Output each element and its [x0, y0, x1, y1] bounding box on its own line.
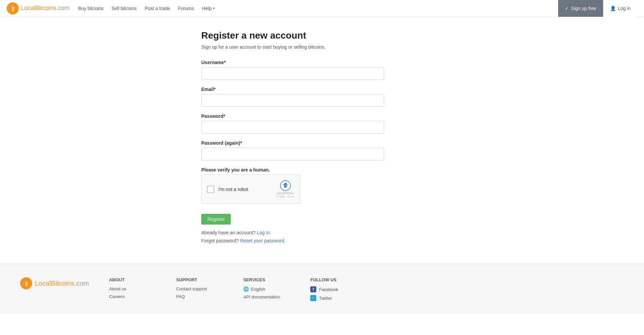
navbar: ₿ LocalBitcoins.com Buy bitcoins Sell bi… [0, 0, 644, 17]
nav-forums[interactable]: Forums [177, 4, 195, 12]
recaptcha-brand: reCAPTCHA [277, 192, 294, 195]
nav-links: Buy bitcoins Sell bitcoins Post a trade … [77, 4, 215, 12]
username-label: Username* [201, 60, 443, 65]
footer-contact-link[interactable]: Contact support [176, 286, 223, 291]
footer-inner: ₿ LocalBitcoins.com ABOUT About us Caree… [20, 277, 624, 304]
footer-twitter-link[interactable]: 🐦 Twitter [310, 295, 357, 301]
password-group: Password* [201, 113, 443, 134]
captcha-group: Please verify you are a human. I'm not a… [201, 167, 443, 204]
footer-follow-col: FOLLOW US f Facebook 🐦 Twitter [310, 277, 357, 304]
register-form: Username* Email* Password* Password (aga… [201, 60, 443, 225]
globe-icon: 🌐 [243, 286, 249, 292]
login-link[interactable]: Log In. [257, 230, 271, 235]
footer-logo-icon: ₿ [20, 277, 32, 289]
footer-logo-area: ₿ LocalBitcoins.com [20, 277, 89, 289]
footer-support-col: SUPPORT Contact support FAQ [176, 277, 223, 302]
password-again-label: Password (again)* [201, 140, 443, 146]
logo-link[interactable]: ₿ LocalBitcoins.com [7, 2, 69, 14]
user-icon: 👤 [610, 6, 616, 11]
footer-facebook-link[interactable]: f Facebook [310, 286, 357, 292]
footer: ₿ LocalBitcoins.com ABOUT About us Caree… [0, 264, 644, 314]
nav-help[interactable]: Help ▾ [201, 4, 215, 12]
recaptcha-widget[interactable]: I'm not a robot reCAPTCHA Privacy - Term… [201, 175, 300, 204]
main-content: Register a new account Sign up for a use… [195, 30, 449, 243]
footer-about-us-link[interactable]: About us [109, 286, 156, 291]
footer-brand-name: LocalBitcoins.com [35, 280, 89, 287]
forgot-password-text: Forgot password? Reset your password. [201, 238, 443, 243]
page-subtitle: Sign up for a user account to start buyi… [201, 44, 443, 50]
svg-text:₿: ₿ [12, 6, 14, 11]
email-label: Email* [201, 87, 443, 92]
twitter-icon: 🐦 [310, 295, 316, 301]
recaptcha-privacy-terms: Privacy - Terms [276, 195, 294, 198]
footer-language-link[interactable]: 🌐 English [243, 286, 290, 292]
footer-services-heading: SERVICES [243, 277, 290, 282]
password-label: Password* [201, 113, 443, 119]
footer-follow-heading: FOLLOW US [310, 277, 357, 282]
svg-text:₿: ₿ [25, 281, 28, 286]
footer-api-link[interactable]: API documentation [243, 294, 290, 299]
brand-name: LocalBitcoins.com [21, 5, 69, 12]
footer-about-col: ABOUT About us Careers [109, 277, 156, 302]
captcha-label: Please verify you are a human. [201, 167, 443, 173]
login-button[interactable]: 👤 Log in [603, 0, 637, 17]
footer-careers-link[interactable]: Careers [109, 294, 156, 299]
password-again-input[interactable] [201, 148, 384, 160]
already-account-text: Already have an account? Log In. [201, 230, 443, 235]
register-button[interactable]: Register [201, 214, 231, 225]
signup-button[interactable]: ✓ Sign up free [558, 0, 603, 17]
logo-icon: ₿ [7, 2, 19, 14]
nav-buy[interactable]: Buy bitcoins [77, 4, 104, 12]
username-input[interactable] [201, 67, 384, 80]
username-group: Username* [201, 60, 443, 80]
footer-about-heading: ABOUT [109, 277, 156, 282]
password-again-group: Password (again)* [201, 140, 443, 160]
footer-services-col: SERVICES 🌐 English API documentation [243, 277, 290, 302]
nav-sell[interactable]: Sell bitcoins [111, 4, 138, 12]
footer-support-heading: SUPPORT [176, 277, 223, 282]
nav-post[interactable]: Post a trade [144, 4, 171, 12]
chevron-down-icon: ▾ [213, 6, 215, 10]
check-icon: ✓ [565, 6, 569, 11]
facebook-icon: f [310, 286, 316, 292]
reset-password-link[interactable]: Reset your password. [240, 238, 285, 243]
email-input[interactable] [201, 94, 384, 107]
recaptcha-checkbox[interactable] [207, 186, 214, 193]
email-group: Email* [201, 87, 443, 107]
navbar-left: ₿ LocalBitcoins.com Buy bitcoins Sell bi… [7, 2, 215, 14]
navbar-right: ✓ Sign up free 👤 Log in [558, 0, 637, 16]
password-input[interactable] [201, 121, 384, 134]
page-title: Register a new account [201, 30, 443, 41]
recaptcha-logo-icon [280, 180, 291, 191]
recaptcha-text: I'm not a robot [218, 187, 248, 192]
footer-logo: ₿ LocalBitcoins.com [20, 277, 89, 289]
footer-faq-link[interactable]: FAQ [176, 294, 223, 299]
